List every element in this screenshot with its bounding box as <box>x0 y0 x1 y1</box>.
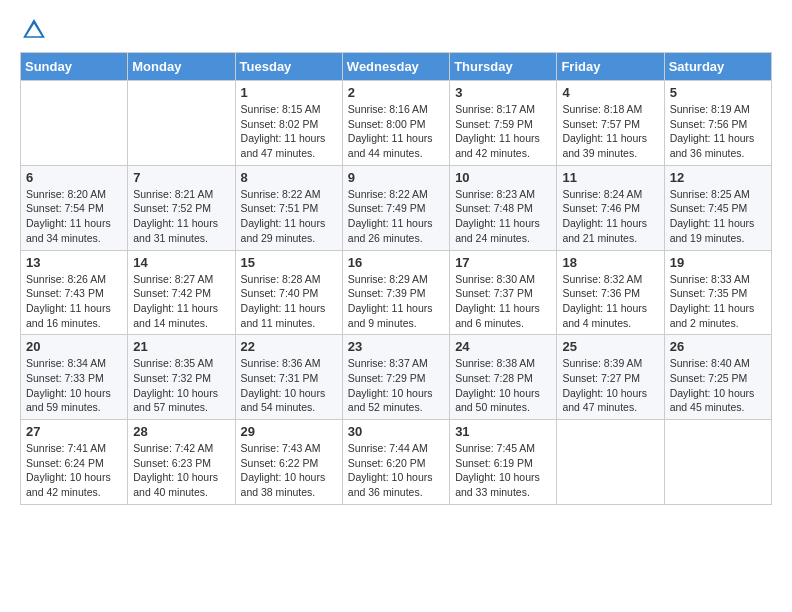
header <box>20 16 772 44</box>
day-info: Sunrise: 7:43 AM Sunset: 6:22 PM Dayligh… <box>241 441 337 500</box>
day-number: 25 <box>562 339 658 354</box>
day-number: 8 <box>241 170 337 185</box>
calendar-cell: 11Sunrise: 8:24 AM Sunset: 7:46 PM Dayli… <box>557 165 664 250</box>
day-info: Sunrise: 8:36 AM Sunset: 7:31 PM Dayligh… <box>241 356 337 415</box>
calendar-cell: 14Sunrise: 8:27 AM Sunset: 7:42 PM Dayli… <box>128 250 235 335</box>
day-number: 11 <box>562 170 658 185</box>
day-info: Sunrise: 8:15 AM Sunset: 8:02 PM Dayligh… <box>241 102 337 161</box>
calendar-cell: 24Sunrise: 8:38 AM Sunset: 7:28 PM Dayli… <box>450 335 557 420</box>
week-row-4: 20Sunrise: 8:34 AM Sunset: 7:33 PM Dayli… <box>21 335 772 420</box>
day-number: 10 <box>455 170 551 185</box>
calendar-cell: 5Sunrise: 8:19 AM Sunset: 7:56 PM Daylig… <box>664 81 771 166</box>
calendar-cell: 1Sunrise: 8:15 AM Sunset: 8:02 PM Daylig… <box>235 81 342 166</box>
day-info: Sunrise: 8:21 AM Sunset: 7:52 PM Dayligh… <box>133 187 229 246</box>
day-number: 9 <box>348 170 444 185</box>
day-info: Sunrise: 8:38 AM Sunset: 7:28 PM Dayligh… <box>455 356 551 415</box>
day-number: 12 <box>670 170 766 185</box>
day-info: Sunrise: 8:40 AM Sunset: 7:25 PM Dayligh… <box>670 356 766 415</box>
day-header-sunday: Sunday <box>21 53 128 81</box>
day-number: 18 <box>562 255 658 270</box>
day-info: Sunrise: 8:33 AM Sunset: 7:35 PM Dayligh… <box>670 272 766 331</box>
day-info: Sunrise: 7:45 AM Sunset: 6:19 PM Dayligh… <box>455 441 551 500</box>
calendar-cell: 31Sunrise: 7:45 AM Sunset: 6:19 PM Dayli… <box>450 420 557 505</box>
day-number: 31 <box>455 424 551 439</box>
calendar-cell: 3Sunrise: 8:17 AM Sunset: 7:59 PM Daylig… <box>450 81 557 166</box>
day-info: Sunrise: 8:32 AM Sunset: 7:36 PM Dayligh… <box>562 272 658 331</box>
day-info: Sunrise: 8:26 AM Sunset: 7:43 PM Dayligh… <box>26 272 122 331</box>
calendar-cell: 13Sunrise: 8:26 AM Sunset: 7:43 PM Dayli… <box>21 250 128 335</box>
day-info: Sunrise: 8:35 AM Sunset: 7:32 PM Dayligh… <box>133 356 229 415</box>
day-number: 17 <box>455 255 551 270</box>
calendar-cell: 16Sunrise: 8:29 AM Sunset: 7:39 PM Dayli… <box>342 250 449 335</box>
day-info: Sunrise: 8:25 AM Sunset: 7:45 PM Dayligh… <box>670 187 766 246</box>
page: SundayMondayTuesdayWednesdayThursdayFrid… <box>0 0 792 521</box>
day-info: Sunrise: 8:19 AM Sunset: 7:56 PM Dayligh… <box>670 102 766 161</box>
calendar-cell: 22Sunrise: 8:36 AM Sunset: 7:31 PM Dayli… <box>235 335 342 420</box>
day-number: 6 <box>26 170 122 185</box>
day-number: 30 <box>348 424 444 439</box>
week-row-3: 13Sunrise: 8:26 AM Sunset: 7:43 PM Dayli… <box>21 250 772 335</box>
calendar-cell: 21Sunrise: 8:35 AM Sunset: 7:32 PM Dayli… <box>128 335 235 420</box>
calendar-cell: 4Sunrise: 8:18 AM Sunset: 7:57 PM Daylig… <box>557 81 664 166</box>
day-info: Sunrise: 8:24 AM Sunset: 7:46 PM Dayligh… <box>562 187 658 246</box>
calendar-cell: 2Sunrise: 8:16 AM Sunset: 8:00 PM Daylig… <box>342 81 449 166</box>
day-info: Sunrise: 8:23 AM Sunset: 7:48 PM Dayligh… <box>455 187 551 246</box>
day-info: Sunrise: 8:22 AM Sunset: 7:51 PM Dayligh… <box>241 187 337 246</box>
calendar-cell: 23Sunrise: 8:37 AM Sunset: 7:29 PM Dayli… <box>342 335 449 420</box>
week-row-2: 6Sunrise: 8:20 AM Sunset: 7:54 PM Daylig… <box>21 165 772 250</box>
day-header-thursday: Thursday <box>450 53 557 81</box>
day-number: 23 <box>348 339 444 354</box>
day-info: Sunrise: 8:20 AM Sunset: 7:54 PM Dayligh… <box>26 187 122 246</box>
calendar-cell: 29Sunrise: 7:43 AM Sunset: 6:22 PM Dayli… <box>235 420 342 505</box>
week-row-1: 1Sunrise: 8:15 AM Sunset: 8:02 PM Daylig… <box>21 81 772 166</box>
calendar-cell: 19Sunrise: 8:33 AM Sunset: 7:35 PM Dayli… <box>664 250 771 335</box>
day-number: 15 <box>241 255 337 270</box>
day-number: 3 <box>455 85 551 100</box>
calendar-cell: 20Sunrise: 8:34 AM Sunset: 7:33 PM Dayli… <box>21 335 128 420</box>
calendar-cell: 12Sunrise: 8:25 AM Sunset: 7:45 PM Dayli… <box>664 165 771 250</box>
day-number: 26 <box>670 339 766 354</box>
calendar-cell: 26Sunrise: 8:40 AM Sunset: 7:25 PM Dayli… <box>664 335 771 420</box>
calendar-table: SundayMondayTuesdayWednesdayThursdayFrid… <box>20 52 772 505</box>
day-number: 7 <box>133 170 229 185</box>
calendar-cell: 7Sunrise: 8:21 AM Sunset: 7:52 PM Daylig… <box>128 165 235 250</box>
day-number: 29 <box>241 424 337 439</box>
day-number: 13 <box>26 255 122 270</box>
day-header-saturday: Saturday <box>664 53 771 81</box>
calendar-cell: 6Sunrise: 8:20 AM Sunset: 7:54 PM Daylig… <box>21 165 128 250</box>
day-info: Sunrise: 8:27 AM Sunset: 7:42 PM Dayligh… <box>133 272 229 331</box>
calendar-cell <box>128 81 235 166</box>
week-row-5: 27Sunrise: 7:41 AM Sunset: 6:24 PM Dayli… <box>21 420 772 505</box>
day-info: Sunrise: 8:22 AM Sunset: 7:49 PM Dayligh… <box>348 187 444 246</box>
day-number: 1 <box>241 85 337 100</box>
calendar-cell: 18Sunrise: 8:32 AM Sunset: 7:36 PM Dayli… <box>557 250 664 335</box>
day-info: Sunrise: 8:39 AM Sunset: 7:27 PM Dayligh… <box>562 356 658 415</box>
day-info: Sunrise: 7:44 AM Sunset: 6:20 PM Dayligh… <box>348 441 444 500</box>
day-header-wednesday: Wednesday <box>342 53 449 81</box>
day-number: 24 <box>455 339 551 354</box>
day-info: Sunrise: 7:41 AM Sunset: 6:24 PM Dayligh… <box>26 441 122 500</box>
day-number: 28 <box>133 424 229 439</box>
calendar-header-row: SundayMondayTuesdayWednesdayThursdayFrid… <box>21 53 772 81</box>
day-number: 4 <box>562 85 658 100</box>
calendar-cell: 15Sunrise: 8:28 AM Sunset: 7:40 PM Dayli… <box>235 250 342 335</box>
logo <box>20 16 50 44</box>
day-number: 14 <box>133 255 229 270</box>
calendar-cell: 27Sunrise: 7:41 AM Sunset: 6:24 PM Dayli… <box>21 420 128 505</box>
calendar-cell: 17Sunrise: 8:30 AM Sunset: 7:37 PM Dayli… <box>450 250 557 335</box>
calendar-cell: 25Sunrise: 8:39 AM Sunset: 7:27 PM Dayli… <box>557 335 664 420</box>
day-info: Sunrise: 8:28 AM Sunset: 7:40 PM Dayligh… <box>241 272 337 331</box>
day-number: 27 <box>26 424 122 439</box>
day-number: 5 <box>670 85 766 100</box>
day-number: 20 <box>26 339 122 354</box>
day-header-friday: Friday <box>557 53 664 81</box>
logo-icon <box>20 16 48 44</box>
day-info: Sunrise: 8:34 AM Sunset: 7:33 PM Dayligh… <box>26 356 122 415</box>
day-info: Sunrise: 8:30 AM Sunset: 7:37 PM Dayligh… <box>455 272 551 331</box>
day-number: 19 <box>670 255 766 270</box>
day-number: 16 <box>348 255 444 270</box>
calendar-cell: 28Sunrise: 7:42 AM Sunset: 6:23 PM Dayli… <box>128 420 235 505</box>
day-info: Sunrise: 8:37 AM Sunset: 7:29 PM Dayligh… <box>348 356 444 415</box>
calendar-cell: 8Sunrise: 8:22 AM Sunset: 7:51 PM Daylig… <box>235 165 342 250</box>
day-header-tuesday: Tuesday <box>235 53 342 81</box>
